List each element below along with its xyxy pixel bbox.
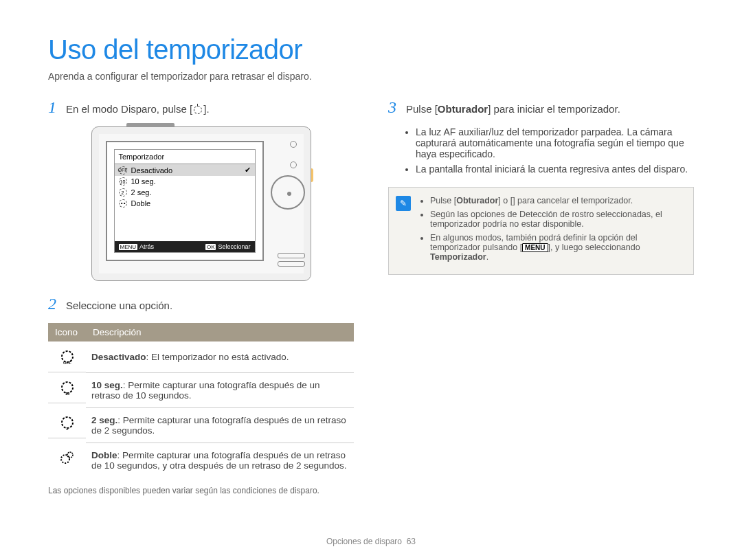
timer-2s-icon: 2 [48, 407, 86, 438]
options-table: Icono Descripción OFF Desactivado: El te… [48, 323, 354, 478]
svg-text:OFF: OFF [63, 361, 71, 365]
menu-footer: MENUAtrás OKSeleccionar [115, 241, 255, 252]
step-1: 1 En el modo Disparo, pulse []. [48, 98, 354, 117]
table-row: OFF Desactivado: El temporizador no está… [48, 341, 354, 372]
page-subtitle: Aprenda a configurar el temporizador par… [48, 71, 694, 82]
step-1-text-after: ]. [203, 103, 209, 115]
step-3-bullets: La luz AF auxiliar/luz del temporizador … [388, 126, 694, 175]
menu-key-icon: MENU [522, 243, 548, 252]
list-item: La luz AF auxiliar/luz del temporizador … [416, 126, 694, 159]
step-2: 2 Seleccione una opción. [48, 295, 354, 313]
step-3: 3 Pulse [Obturador] para iniciar el temp… [388, 98, 694, 117]
options-footnote: Las opciones disponibles pueden variar s… [48, 486, 354, 495]
step-3-bold: Obturador [438, 103, 488, 115]
check-icon: ✔ [245, 166, 251, 175]
table-row: 2 2 seg.: Permite capturar una fotografí… [48, 407, 354, 443]
menu-item-2s: 22 seg. [115, 187, 255, 198]
table-head-desc: Descripción [86, 323, 354, 341]
timer-off-icon: OFF [48, 341, 86, 372]
step-3-text-after: ] para iniciar el temporizador. [488, 103, 620, 115]
list-item: Según las opciones de Detección de rostr… [430, 210, 685, 229]
page-footer: Opciones de disparo 63 [0, 537, 742, 546]
table-row: Doble: Permite capturar una fotografía d… [48, 443, 354, 478]
step-3-text-before: Pulse [ [406, 103, 438, 115]
step-number: 1 [48, 98, 66, 117]
note-icon: ✎ [396, 196, 411, 211]
step-number: 2 [48, 295, 66, 313]
svg-point-7 [67, 452, 73, 458]
menu-header: Temporizador [115, 150, 255, 164]
camera-illustration: Temporizador OFFDesactivado✔ 1010 seg. 2… [91, 126, 311, 281]
menu-item-double: ∘∘Doble [115, 198, 255, 209]
timer-button-highlight [300, 168, 313, 182]
timer-double-icon [48, 443, 86, 473]
svg-text:10: 10 [65, 392, 69, 396]
timer-icon [194, 106, 202, 114]
list-item: La pantalla frontal iniciará la cuenta r… [416, 164, 694, 175]
step-2-text: Seleccione una opción. [66, 300, 172, 311]
menu-item-10s: 1010 seg. [115, 176, 255, 187]
table-head-icon: Icono [48, 323, 86, 341]
step-1-text-before: En el modo Disparo, pulse [ [66, 103, 192, 115]
list-item: En algunos modos, también podrá definir … [430, 233, 685, 262]
timer-10s-icon: 10 [48, 372, 86, 403]
page-title: Uso del temporizador [48, 34, 694, 65]
table-row: 10 10 seg.: Permite capturar una fotogra… [48, 372, 354, 407]
menu-item-off: OFFDesactivado✔ [115, 164, 255, 176]
step-number: 3 [388, 98, 406, 117]
note-box: ✎ Pulse [Obturador] o [] para cancelar e… [388, 187, 694, 275]
dpad-icon [271, 175, 305, 210]
list-item: Pulse [Obturador] o [] para cancelar el … [430, 196, 685, 205]
